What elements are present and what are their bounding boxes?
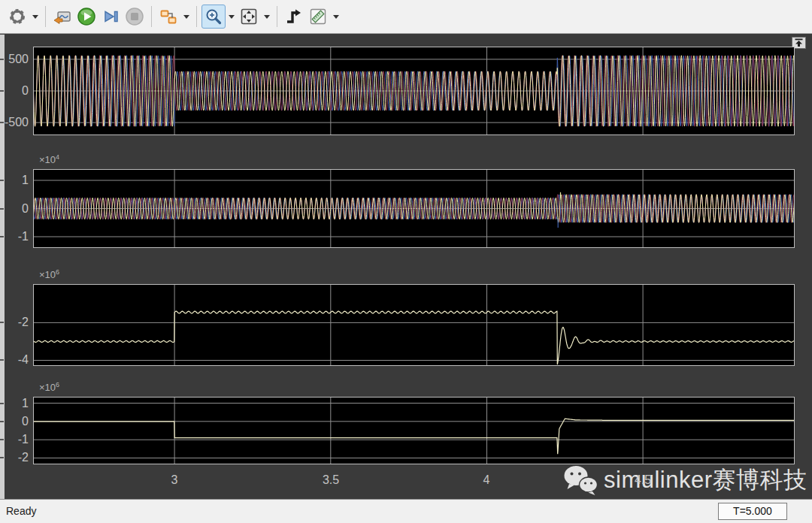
- y-tick-label: 1: [0, 173, 29, 188]
- scope-plot-3[interactable]: [33, 284, 795, 366]
- edge-tick-mark: [0, 59, 4, 60]
- x-tick-label: 4.5: [624, 473, 662, 487]
- edge-tick-mark: [0, 421, 4, 422]
- edge-tick-mark: [0, 439, 4, 440]
- toolbar-separator: [196, 6, 197, 27]
- edge-tick-mark: [0, 359, 4, 361]
- y-tick-label: 1: [0, 396, 29, 411]
- toolbar-separator: [45, 6, 46, 27]
- gear-icon: [8, 8, 26, 26]
- y-tick-label: 500: [0, 52, 29, 67]
- y-tick-label: -2: [0, 450, 29, 465]
- edge-tick-mark: [0, 122, 4, 123]
- measurements-button[interactable]: [306, 5, 330, 29]
- scope-toolbar: [0, 0, 812, 34]
- scope-plot-4[interactable]: [33, 397, 795, 464]
- y-tick-label: -1: [0, 432, 29, 447]
- waveform-canvas[interactable]: [33, 397, 795, 464]
- y-tick-label: 0: [0, 83, 29, 98]
- simulink-block-diagram-button[interactable]: [156, 5, 180, 29]
- settings-dropdown[interactable]: [29, 5, 41, 29]
- highlight-simulink-block-button[interactable]: [50, 5, 74, 29]
- trigger-icon: [284, 7, 304, 26]
- settings-button[interactable]: [5, 5, 29, 29]
- fit-to-view-button[interactable]: [237, 5, 261, 29]
- stop-button[interactable]: [123, 5, 147, 29]
- waveform-canvas[interactable]: [33, 169, 795, 248]
- y-tick-label: -2: [0, 315, 29, 330]
- x-tick-label: 4: [468, 473, 505, 487]
- y-tick-label: 0: [0, 414, 29, 429]
- axis-multiplier-label: ×106: [39, 381, 59, 393]
- y-tick-label: -1: [0, 229, 29, 244]
- edge-tick-mark: [0, 236, 4, 237]
- scope-plot-1[interactable]: [33, 47, 795, 135]
- simulink-block-diagram-icon: [159, 7, 178, 26]
- edge-tick-mark: [0, 457, 4, 458]
- run-icon: [77, 7, 96, 26]
- step-forward-icon: [101, 7, 120, 26]
- arrow-up-to-bar-icon: [794, 38, 804, 47]
- status-bar: Ready T=5.000: [0, 499, 812, 523]
- chevron-down-icon: [264, 15, 270, 19]
- simulation-time-value: T=5.000: [733, 505, 772, 517]
- y-tick-label: -4: [0, 352, 29, 367]
- y-tick-label: 0: [0, 201, 29, 216]
- edge-tick-mark: [0, 208, 4, 210]
- waveform-canvas[interactable]: [33, 47, 795, 135]
- toolbar-separator: [151, 6, 152, 27]
- chevron-down-icon: [32, 15, 38, 19]
- simulation-time-box: T=5.000: [718, 503, 787, 520]
- edge-tick-mark: [0, 403, 4, 404]
- x-tick-label: 3: [156, 473, 193, 487]
- run-button[interactable]: [74, 5, 98, 29]
- wechat-icon: [562, 464, 598, 496]
- fit-to-view-dropdown[interactable]: [261, 5, 272, 29]
- y-tick-label: -500: [0, 115, 29, 130]
- zoom-in-icon: [204, 7, 223, 26]
- trigger-button[interactable]: [282, 5, 306, 29]
- x-tick-label: 3.5: [312, 473, 350, 487]
- stop-icon: [125, 7, 144, 26]
- chevron-down-icon: [229, 15, 235, 19]
- edge-tick-mark: [0, 322, 4, 323]
- status-text: Ready: [6, 505, 36, 517]
- measurements-dropdown[interactable]: [330, 5, 341, 29]
- toolbar-separator: [277, 6, 277, 27]
- block-diagram-dropdown[interactable]: [180, 5, 192, 29]
- edge-tick-mark: [0, 180, 4, 181]
- measurements-ruler-icon: [308, 7, 328, 26]
- axis-multiplier-label: ×104: [39, 153, 59, 165]
- scope-plot-2[interactable]: [33, 169, 795, 248]
- scope-figure-area: simulinker赛博科技 5000-50010-1×104-2-4×1061…: [0, 35, 812, 499]
- highlight-simulink-block-icon: [53, 7, 72, 26]
- window-left-edge: [0, 35, 5, 499]
- zoom-dropdown[interactable]: [226, 5, 237, 29]
- axis-multiplier-label: ×106: [39, 268, 59, 280]
- fit-to-view-icon: [239, 7, 259, 26]
- edge-tick-mark: [0, 90, 4, 92]
- step-forward-button[interactable]: [98, 5, 123, 29]
- waveform-canvas[interactable]: [33, 284, 795, 366]
- zoom-button[interactable]: [201, 5, 226, 29]
- chevron-down-icon: [183, 15, 189, 19]
- chevron-down-icon: [333, 15, 339, 19]
- watermark: simulinker赛博科技: [562, 463, 807, 497]
